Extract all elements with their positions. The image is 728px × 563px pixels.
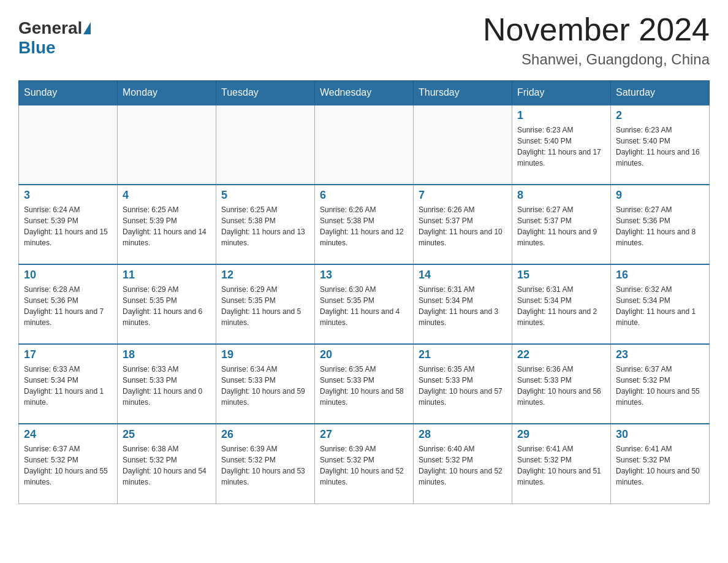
day-number: 8: [517, 189, 605, 202]
calendar-cell: 14Sunrise: 6:31 AM Sunset: 5:34 PM Dayli…: [414, 264, 512, 344]
day-number: 15: [517, 269, 605, 282]
logo-triangle-icon: [83, 22, 91, 34]
week-row-5: 24Sunrise: 6:37 AM Sunset: 5:32 PM Dayli…: [19, 424, 710, 504]
day-number: 7: [419, 189, 507, 202]
day-number: 11: [123, 269, 211, 282]
calendar-cell: 13Sunrise: 6:30 AM Sunset: 5:35 PM Dayli…: [315, 264, 414, 344]
week-row-2: 3Sunrise: 6:24 AM Sunset: 5:39 PM Daylig…: [19, 185, 710, 264]
day-number: 24: [24, 428, 112, 441]
day-header-wednesday: Wednesday: [315, 81, 414, 105]
calendar-cell: 19Sunrise: 6:34 AM Sunset: 5:33 PM Dayli…: [216, 344, 315, 424]
day-number: 25: [123, 428, 211, 441]
calendar-cell: 12Sunrise: 6:29 AM Sunset: 5:35 PM Dayli…: [216, 264, 315, 344]
calendar-cell: 21Sunrise: 6:35 AM Sunset: 5:33 PM Dayli…: [414, 344, 512, 424]
location-subtitle: Shanwei, Guangdong, China: [483, 51, 710, 68]
calendar-cell: [118, 105, 216, 185]
calendar-cell: 18Sunrise: 6:33 AM Sunset: 5:33 PM Dayli…: [118, 344, 216, 424]
calendar-cell: [216, 105, 315, 185]
day-info: Sunrise: 6:31 AM Sunset: 5:34 PM Dayligh…: [419, 284, 507, 328]
calendar-cell: 17Sunrise: 6:33 AM Sunset: 5:34 PM Dayli…: [19, 344, 118, 424]
calendar-cell: 30Sunrise: 6:41 AM Sunset: 5:32 PM Dayli…: [611, 424, 710, 504]
day-info: Sunrise: 6:36 AM Sunset: 5:33 PM Dayligh…: [517, 364, 605, 408]
calendar-cell: 16Sunrise: 6:32 AM Sunset: 5:34 PM Dayli…: [611, 264, 710, 344]
calendar-cell: 8Sunrise: 6:27 AM Sunset: 5:37 PM Daylig…: [512, 185, 611, 264]
calendar-cell: 23Sunrise: 6:37 AM Sunset: 5:32 PM Dayli…: [611, 344, 710, 424]
day-info: Sunrise: 6:41 AM Sunset: 5:32 PM Dayligh…: [517, 443, 605, 488]
day-info: Sunrise: 6:38 AM Sunset: 5:32 PM Dayligh…: [123, 443, 211, 488]
logo: General Blue: [18, 12, 92, 58]
day-header-tuesday: Tuesday: [216, 81, 315, 105]
day-info: Sunrise: 6:25 AM Sunset: 5:39 PM Dayligh…: [123, 204, 211, 248]
day-number: 21: [419, 348, 507, 361]
day-number: 28: [419, 428, 507, 441]
day-number: 18: [123, 348, 211, 361]
day-number: 30: [616, 428, 704, 441]
calendar-cell: 27Sunrise: 6:39 AM Sunset: 5:32 PM Dayli…: [315, 424, 414, 504]
day-info: Sunrise: 6:39 AM Sunset: 5:32 PM Dayligh…: [320, 443, 408, 488]
day-number: 26: [221, 428, 309, 441]
calendar-cell: 26Sunrise: 6:39 AM Sunset: 5:32 PM Dayli…: [216, 424, 315, 504]
calendar-cell: 15Sunrise: 6:31 AM Sunset: 5:34 PM Dayli…: [512, 264, 611, 344]
calendar-cell: 22Sunrise: 6:36 AM Sunset: 5:33 PM Dayli…: [512, 344, 611, 424]
calendar-cell: 11Sunrise: 6:29 AM Sunset: 5:35 PM Dayli…: [118, 264, 216, 344]
day-info: Sunrise: 6:35 AM Sunset: 5:33 PM Dayligh…: [419, 364, 507, 408]
calendar-cell: 2Sunrise: 6:23 AM Sunset: 5:40 PM Daylig…: [611, 105, 710, 185]
day-header-friday: Friday: [512, 81, 611, 105]
day-number: 4: [123, 189, 211, 202]
day-info: Sunrise: 6:25 AM Sunset: 5:38 PM Dayligh…: [221, 204, 309, 248]
day-info: Sunrise: 6:33 AM Sunset: 5:34 PM Dayligh…: [24, 364, 112, 408]
day-info: Sunrise: 6:27 AM Sunset: 5:36 PM Dayligh…: [616, 204, 704, 248]
day-header-monday: Monday: [118, 81, 216, 105]
calendar-cell: 25Sunrise: 6:38 AM Sunset: 5:32 PM Dayli…: [118, 424, 216, 504]
calendar-cell: 3Sunrise: 6:24 AM Sunset: 5:39 PM Daylig…: [19, 185, 118, 264]
page-title: November 2024: [483, 12, 710, 47]
day-number: 2: [616, 109, 704, 122]
day-number: 17: [24, 348, 112, 361]
day-info: Sunrise: 6:28 AM Sunset: 5:36 PM Dayligh…: [24, 284, 112, 328]
day-info: Sunrise: 6:26 AM Sunset: 5:38 PM Dayligh…: [320, 204, 408, 248]
day-number: 5: [221, 189, 309, 202]
day-info: Sunrise: 6:26 AM Sunset: 5:37 PM Dayligh…: [419, 204, 507, 248]
day-info: Sunrise: 6:37 AM Sunset: 5:32 PM Dayligh…: [24, 443, 112, 488]
day-info: Sunrise: 6:29 AM Sunset: 5:35 PM Dayligh…: [221, 284, 309, 328]
day-info: Sunrise: 6:32 AM Sunset: 5:34 PM Dayligh…: [616, 284, 704, 328]
day-info: Sunrise: 6:37 AM Sunset: 5:32 PM Dayligh…: [616, 364, 704, 408]
calendar-cell: [414, 105, 512, 185]
day-info: Sunrise: 6:40 AM Sunset: 5:32 PM Dayligh…: [419, 443, 507, 488]
day-number: 12: [221, 269, 309, 282]
day-info: Sunrise: 6:41 AM Sunset: 5:32 PM Dayligh…: [616, 443, 704, 488]
calendar-cell: 1Sunrise: 6:23 AM Sunset: 5:40 PM Daylig…: [512, 105, 611, 185]
day-number: 27: [320, 428, 408, 441]
day-number: 14: [419, 269, 507, 282]
day-number: 19: [221, 348, 309, 361]
week-row-3: 10Sunrise: 6:28 AM Sunset: 5:36 PM Dayli…: [19, 264, 710, 344]
calendar-cell: 29Sunrise: 6:41 AM Sunset: 5:32 PM Dayli…: [512, 424, 611, 504]
calendar-cell: 10Sunrise: 6:28 AM Sunset: 5:36 PM Dayli…: [19, 264, 118, 344]
calendar-cell: 4Sunrise: 6:25 AM Sunset: 5:39 PM Daylig…: [118, 185, 216, 264]
week-row-4: 17Sunrise: 6:33 AM Sunset: 5:34 PM Dayli…: [19, 344, 710, 424]
day-number: 23: [616, 348, 704, 361]
day-number: 16: [616, 269, 704, 282]
calendar-cell: 28Sunrise: 6:40 AM Sunset: 5:32 PM Dayli…: [414, 424, 512, 504]
calendar-cell: 20Sunrise: 6:35 AM Sunset: 5:33 PM Dayli…: [315, 344, 414, 424]
week-row-1: 1Sunrise: 6:23 AM Sunset: 5:40 PM Daylig…: [19, 105, 710, 185]
calendar-cell: 7Sunrise: 6:26 AM Sunset: 5:37 PM Daylig…: [414, 185, 512, 264]
day-header-saturday: Saturday: [611, 81, 710, 105]
calendar-table: SundayMondayTuesdayWednesdayThursdayFrid…: [18, 80, 710, 504]
page-header: General Blue November 2024 Shanwei, Guan…: [18, 12, 710, 68]
title-section: November 2024 Shanwei, Guangdong, China: [483, 12, 710, 68]
calendar-cell: 9Sunrise: 6:27 AM Sunset: 5:36 PM Daylig…: [611, 185, 710, 264]
calendar-cell: 24Sunrise: 6:37 AM Sunset: 5:32 PM Dayli…: [19, 424, 118, 504]
day-info: Sunrise: 6:30 AM Sunset: 5:35 PM Dayligh…: [320, 284, 408, 328]
day-number: 1: [517, 109, 605, 122]
day-info: Sunrise: 6:27 AM Sunset: 5:37 PM Dayligh…: [517, 204, 605, 248]
calendar-header-row: SundayMondayTuesdayWednesdayThursdayFrid…: [19, 81, 710, 105]
day-number: 10: [24, 269, 112, 282]
day-number: 22: [517, 348, 605, 361]
day-info: Sunrise: 6:23 AM Sunset: 5:40 PM Dayligh…: [616, 124, 704, 169]
day-header-thursday: Thursday: [414, 81, 512, 105]
day-info: Sunrise: 6:33 AM Sunset: 5:33 PM Dayligh…: [123, 364, 211, 408]
logo-general-text: General: [18, 18, 82, 38]
calendar-cell: 5Sunrise: 6:25 AM Sunset: 5:38 PM Daylig…: [216, 185, 315, 264]
day-info: Sunrise: 6:29 AM Sunset: 5:35 PM Dayligh…: [123, 284, 211, 328]
